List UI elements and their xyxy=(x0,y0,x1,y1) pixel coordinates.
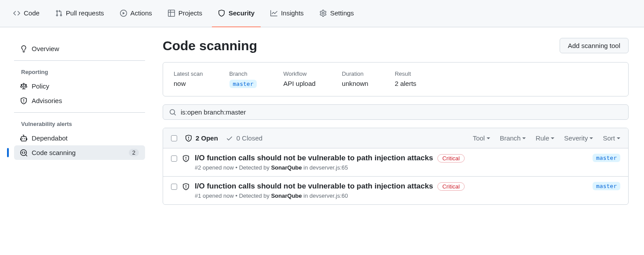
check-icon xyxy=(226,135,233,142)
branch-tag[interactable]: master xyxy=(593,154,620,162)
filter-rule[interactable]: Rule xyxy=(535,134,554,142)
nav-label: Code xyxy=(24,9,40,17)
alert-checkbox[interactable] xyxy=(171,184,177,190)
tab-settings[interactable]: Settings xyxy=(313,0,360,27)
add-scanning-tool-button[interactable]: Add scanning tool xyxy=(560,38,629,53)
sidebar-item-label: Code scanning xyxy=(32,149,76,156)
divider xyxy=(14,60,145,61)
sidebar-item-label: Advisories xyxy=(32,97,62,104)
filter-tool[interactable]: Tool xyxy=(473,134,490,142)
code-icon xyxy=(13,10,20,17)
gear-icon xyxy=(320,10,327,17)
alerts-list: 2 Open 0 Closed Tool Branch Rule Severit… xyxy=(163,128,629,205)
severity-badge: Critical xyxy=(437,182,465,191)
law-icon xyxy=(20,83,27,90)
nav-label: Projects xyxy=(178,9,202,17)
security-sidebar: Overview Reporting Policy Advisories Vul… xyxy=(7,38,152,205)
filter-severity[interactable]: Severity xyxy=(564,134,593,142)
status-label: Workflow xyxy=(283,70,315,77)
alert-title-link[interactable]: I/O function calls should not be vulnera… xyxy=(195,182,433,191)
alert-title-link[interactable]: I/O function calls should not be vulnera… xyxy=(195,154,433,163)
sidebar-item-label: Overview xyxy=(32,45,59,52)
branch-pill[interactable]: master xyxy=(229,80,257,88)
status-value: API upload xyxy=(283,80,315,87)
shield-alert-icon xyxy=(185,135,192,142)
status-label: Latest scan xyxy=(174,70,203,77)
branch-tag[interactable]: master xyxy=(593,182,620,190)
sidebar-item-advisories[interactable]: Advisories xyxy=(14,93,145,108)
nav-label: Actions xyxy=(131,9,152,17)
main-content: Code scanning Add scanning tool Latest s… xyxy=(163,38,629,205)
nav-label: Security xyxy=(229,9,255,17)
shield-alert-icon xyxy=(20,97,27,104)
caret-down-icon xyxy=(522,137,526,139)
repo-nav: Code Pull requests Actions Projects Secu… xyxy=(0,0,644,27)
closed-count-label: 0 Closed xyxy=(236,134,262,142)
caret-down-icon xyxy=(551,137,554,139)
sidebar-group-vuln: Vulnerability alerts xyxy=(14,117,145,131)
scan-status-card: Latest scan now Branch master Workflow A… xyxy=(163,62,629,96)
nav-label: Insights xyxy=(281,9,304,17)
nav-label: Settings xyxy=(330,9,354,17)
tab-pull-requests[interactable]: Pull requests xyxy=(49,0,110,27)
alert-checkbox[interactable] xyxy=(171,155,177,162)
filter-branch[interactable]: Branch xyxy=(500,134,526,142)
status-value: unknown xyxy=(342,80,368,87)
status-value: 2 alerts xyxy=(395,80,416,87)
alert-meta: #2 opened now • Detected by SonarQube in… xyxy=(195,164,587,171)
filter-open-tab[interactable]: 2 Open xyxy=(185,134,218,142)
play-icon xyxy=(120,10,127,17)
git-pull-request-icon xyxy=(55,10,62,17)
alert-row: I/O function calls should not be vulnera… xyxy=(163,177,628,204)
sidebar-item-overview[interactable]: Overview xyxy=(14,41,145,56)
search-icon xyxy=(169,109,176,116)
tab-security[interactable]: Security xyxy=(212,0,261,27)
tab-actions[interactable]: Actions xyxy=(114,0,158,27)
sidebar-group-reporting: Reporting xyxy=(14,65,145,79)
shield-icon xyxy=(218,10,225,17)
page-title: Code scanning xyxy=(163,38,257,53)
shield-alert-icon xyxy=(182,155,189,162)
severity-badge: Critical xyxy=(437,154,465,163)
shield-alert-icon xyxy=(182,183,189,190)
search-bar[interactable] xyxy=(163,104,629,120)
sidebar-count-badge: 2 xyxy=(129,149,139,156)
filter-closed-tab[interactable]: 0 Closed xyxy=(226,134,262,142)
alert-row: I/O function calls should not be vulnera… xyxy=(163,148,628,177)
status-label: Branch xyxy=(229,70,257,77)
dependabot-icon xyxy=(20,135,27,142)
select-all-checkbox[interactable] xyxy=(171,135,177,141)
sidebar-item-label: Policy xyxy=(32,82,49,90)
caret-down-icon xyxy=(487,137,490,139)
meter-icon xyxy=(20,45,27,52)
tab-insights[interactable]: Insights xyxy=(264,0,310,27)
status-label: Duration xyxy=(342,70,368,77)
status-value: now xyxy=(174,80,203,87)
divider xyxy=(14,112,145,113)
alerts-header: 2 Open 0 Closed Tool Branch Rule Severit… xyxy=(163,128,628,148)
status-label: Result xyxy=(395,70,416,77)
codescan-icon xyxy=(20,149,27,156)
graph-icon xyxy=(270,10,277,17)
tab-projects[interactable]: Projects xyxy=(162,0,208,27)
tab-code[interactable]: Code xyxy=(7,0,46,27)
alert-meta: #1 opened now • Detected by SonarQube in… xyxy=(195,192,587,199)
sidebar-item-policy[interactable]: Policy xyxy=(14,79,145,93)
sidebar-item-label: Dependabot xyxy=(32,134,68,142)
search-input[interactable] xyxy=(181,108,622,116)
filter-sort[interactable]: Sort xyxy=(603,134,620,142)
nav-label: Pull requests xyxy=(66,9,104,17)
sidebar-item-dependabot[interactable]: Dependabot xyxy=(14,131,145,145)
open-count-label: 2 Open xyxy=(196,134,218,142)
sidebar-item-code-scanning[interactable]: Code scanning 2 xyxy=(14,145,145,160)
caret-down-icon xyxy=(617,137,620,139)
caret-down-icon xyxy=(589,137,593,139)
table-icon xyxy=(168,10,175,17)
